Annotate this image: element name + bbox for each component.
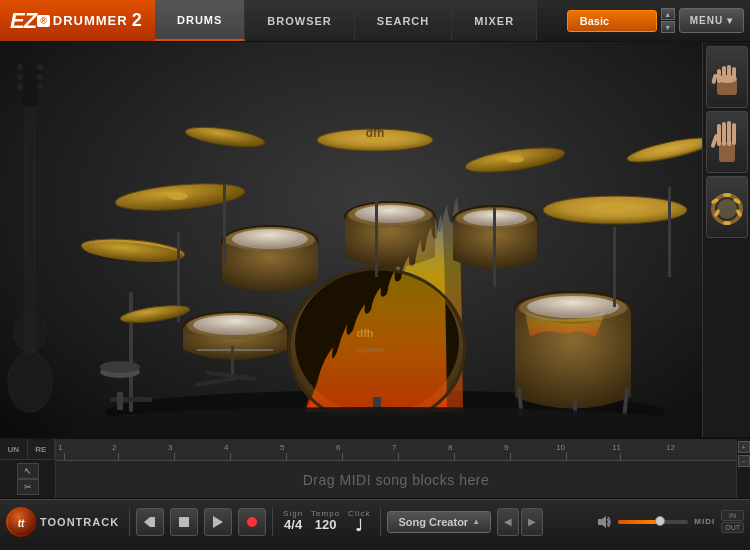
tab-mixer[interactable]: MIXER: [452, 0, 537, 41]
preset-arrow-up[interactable]: ▲: [661, 8, 675, 20]
svg-point-91: [723, 221, 731, 225]
drum-kit-area: dfh Superior dfh: [0, 42, 750, 437]
svg-text:tt: tt: [18, 518, 25, 529]
svg-rect-79: [711, 74, 717, 85]
rewind-button[interactable]: [136, 508, 164, 536]
svg-point-26: [506, 156, 524, 163]
logo-ez-text: EZ: [10, 8, 36, 34]
preset-dropdown[interactable]: Basic: [567, 10, 657, 32]
midi-out-button[interactable]: OUT: [721, 522, 744, 533]
svg-point-100: [247, 517, 257, 527]
svg-rect-2: [27, 102, 33, 342]
scroll-up[interactable]: +: [738, 441, 750, 453]
ruler-mark-2: 2: [112, 443, 116, 452]
drum-kit-svg: dfh Superior dfh: [0, 42, 750, 437]
svg-point-14: [17, 84, 23, 90]
logo-registered: ®: [37, 15, 50, 27]
song-creator-nav: ◀ ▶: [497, 508, 543, 536]
menu-button[interactable]: MENU ▾: [679, 8, 744, 33]
ruler-mark-6: 6: [336, 443, 340, 452]
track-drop-area[interactable]: Drag MIDI song blocks here: [56, 461, 736, 498]
separator-3: [380, 508, 381, 536]
cut-tool[interactable]: ✂: [17, 479, 39, 495]
tab-drums[interactable]: DRUMS: [155, 0, 245, 41]
play-button[interactable]: [204, 508, 232, 536]
select-tool[interactable]: ↖: [17, 463, 39, 479]
scroll-down[interactable]: −: [738, 455, 750, 467]
instrument-icon-1[interactable]: [706, 111, 748, 173]
song-creator-arrow: ▲: [472, 517, 480, 526]
ruler-tick-5: [286, 453, 287, 461]
svg-point-11: [37, 64, 43, 70]
ruler-mark-1: 1: [58, 443, 62, 452]
svg-text:dfh: dfh: [366, 126, 385, 140]
ruler-mark-3: 3: [168, 443, 172, 452]
svg-rect-57: [613, 227, 616, 307]
record-button[interactable]: [238, 508, 266, 536]
instrument-icons-panel: [702, 42, 750, 437]
separator-1: [129, 508, 130, 536]
preset-area: Basic ▲ ▼ MENU ▾: [567, 8, 750, 33]
ruler-tick-2: [118, 453, 119, 461]
svg-point-12: [17, 74, 23, 80]
stop-button[interactable]: [170, 508, 198, 536]
tempo-display[interactable]: Tempo 120: [311, 509, 340, 534]
ruler-tick-9: [510, 453, 511, 461]
tab-search[interactable]: SEARCH: [355, 0, 452, 41]
redo-button[interactable]: RE: [28, 439, 56, 459]
guitar-overlay: [0, 42, 60, 437]
next-button[interactable]: ▶: [521, 508, 543, 536]
tab-browser[interactable]: BROWSER: [245, 0, 354, 41]
svg-point-10: [17, 64, 23, 70]
volume-slider[interactable]: [618, 520, 688, 524]
svg-point-40: [193, 315, 277, 335]
svg-marker-99: [213, 516, 223, 528]
svg-point-49: [527, 296, 619, 318]
svg-rect-98: [179, 517, 189, 527]
drag-midi-label: Drag MIDI song blocks here: [303, 472, 490, 488]
ruler-tick-1: [64, 453, 65, 461]
prev-button[interactable]: ◀: [497, 508, 519, 536]
timeline-tools: ↖ ✂: [0, 460, 55, 498]
sign-tempo-group: Sign 4/4 Tempo 120 Click ♩: [283, 509, 370, 534]
instrument-icon-0[interactable]: [706, 46, 748, 108]
svg-point-18: [603, 204, 627, 214]
svg-rect-9: [22, 62, 38, 107]
svg-rect-75: [717, 69, 721, 83]
instrument-icon-2[interactable]: [706, 176, 748, 238]
preset-arrow-down[interactable]: ▼: [661, 21, 675, 33]
undo-button[interactable]: UN: [0, 439, 28, 459]
ruler-tick-6: [342, 453, 343, 461]
toontrack-icon: tt: [6, 507, 36, 537]
svg-point-13: [37, 74, 43, 80]
svg-rect-78: [732, 67, 736, 81]
time-signature[interactable]: Sign 4/4: [283, 509, 303, 534]
volume-area: MIDI IN OUT: [596, 510, 744, 533]
svg-rect-59: [223, 184, 226, 264]
speaker-icon: [596, 514, 612, 530]
svg-rect-97: [150, 517, 155, 527]
ruler-mark-4: 4: [224, 443, 228, 452]
song-creator-button[interactable]: Song Creator ▲: [387, 511, 491, 533]
logo-version: 2: [132, 10, 142, 31]
sign-value: 4/4: [284, 518, 302, 531]
speaker-icon-area: [596, 514, 612, 530]
volume-knob[interactable]: [655, 516, 665, 526]
app-logo: EZ ® DRUMMER 2: [0, 0, 155, 41]
svg-point-20: [168, 192, 188, 200]
svg-rect-77: [727, 65, 731, 82]
svg-point-31: [232, 229, 308, 249]
transport-bar: tt TOONTRACK Sign 4/4 Tempo 120 Click ♩ …: [0, 499, 750, 543]
svg-marker-101: [598, 516, 606, 528]
ruler-tick-11: [620, 453, 621, 461]
timeline-sequencer: UN RE ↖ ✂ 1 2 3 4 5 6 7 8 9: [0, 437, 750, 499]
ruler-mark-11: 11: [612, 443, 621, 452]
click-display[interactable]: Click ♩: [348, 509, 370, 534]
midi-in-button[interactable]: IN: [721, 510, 744, 521]
separator-2: [272, 508, 273, 536]
toontrack-name: TOONTRACK: [40, 516, 119, 528]
ruler-tick-7: [398, 453, 399, 461]
svg-point-87: [717, 199, 737, 219]
toontrack-logo: tt TOONTRACK: [6, 507, 119, 537]
svg-rect-58: [668, 187, 671, 277]
